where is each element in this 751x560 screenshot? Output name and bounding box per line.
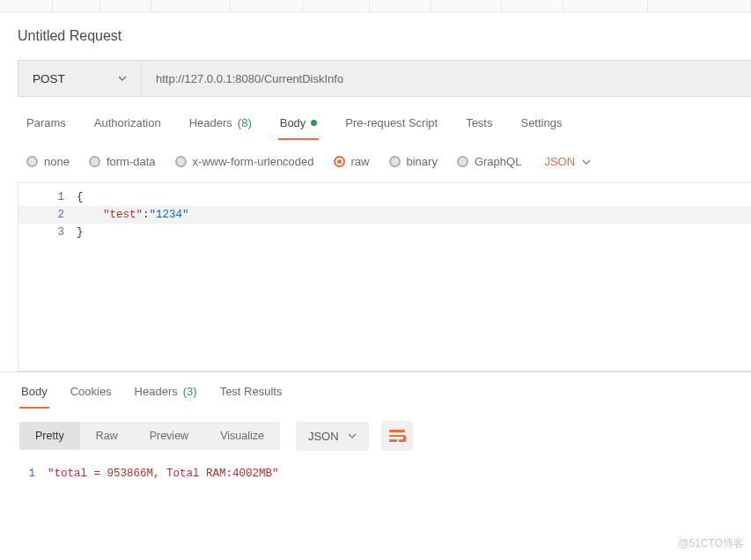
bodytype-urlencoded[interactable]: x-www-form-urlencoded	[175, 155, 314, 168]
resp-tab-body[interactable]: Body	[19, 385, 49, 409]
bodytype-binary[interactable]: binary	[389, 155, 438, 168]
request-body-editor[interactable]: 1 { 2 "test":"1234" 3 }	[18, 182, 751, 372]
line-number: 3	[18, 224, 77, 241]
view-raw[interactable]: Raw	[80, 422, 134, 450]
radio-icon	[175, 156, 187, 167]
radio-icon	[26, 156, 38, 167]
line-number: 1	[0, 465, 48, 483]
method-select[interactable]: POST	[18, 61, 142, 96]
chevron-down-icon	[118, 74, 127, 83]
view-pretty[interactable]: Pretty	[19, 422, 80, 450]
radio-icon	[89, 156, 100, 167]
bodytype-formdata[interactable]: form-data	[89, 155, 156, 168]
response-tabs: Body Cookies Headers (3) Test Results	[0, 372, 751, 409]
tab-params[interactable]: Params	[25, 116, 68, 140]
bodytype-raw[interactable]: raw	[334, 155, 370, 168]
tab-body[interactable]: Body	[278, 116, 320, 140]
url-input[interactable]: http://127.0.0.1:8080/CurrentDiskInfo	[142, 61, 751, 96]
watermark: @51CTO博客	[678, 536, 744, 551]
wrap-icon	[389, 430, 405, 442]
method-value: POST	[33, 72, 65, 85]
request-title[interactable]: Untitled Request	[0, 12, 751, 60]
body-modified-dot-icon	[311, 120, 317, 126]
body-type-row: none form-data x-www-form-urlencoded raw…	[0, 141, 751, 182]
response-body-editor[interactable]: 1 "total = 953866M, Total RAM:4002MB"	[0, 451, 751, 483]
radio-icon	[389, 156, 401, 167]
request-tabs: Params Authorization Headers (8) Body Pr…	[0, 97, 751, 141]
resp-tab-headers[interactable]: Headers (3)	[133, 385, 199, 409]
line-number: 2	[18, 206, 77, 224]
url-value: http://127.0.0.1:8080/CurrentDiskInfo	[156, 72, 343, 85]
tab-tests[interactable]: Tests	[464, 116, 494, 140]
headers-count: (8)	[238, 116, 252, 129]
resp-tab-testresults[interactable]: Test Results	[218, 385, 284, 409]
tab-prerequest[interactable]: Pre-request Script	[343, 116, 439, 140]
response-controls: Pretty Raw Preview Visualize JSON	[0, 409, 751, 451]
view-visualize[interactable]: Visualize	[204, 422, 280, 450]
top-tab-strip	[0, 0, 751, 12]
response-format-select[interactable]: JSON	[296, 422, 369, 451]
tab-authorization[interactable]: Authorization	[92, 116, 163, 140]
chevron-down-icon	[348, 431, 357, 440]
resp-headers-count: (3)	[183, 385, 197, 398]
bodytype-graphql[interactable]: GraphQL	[457, 155, 521, 168]
tab-headers[interactable]: Headers (8)	[188, 116, 254, 140]
radio-icon	[457, 156, 468, 167]
wrap-lines-button[interactable]	[381, 421, 413, 451]
chevron-down-icon	[582, 158, 591, 166]
request-row: POST http://127.0.0.1:8080/CurrentDiskIn…	[18, 60, 751, 97]
body-language-select[interactable]: JSON	[544, 155, 591, 168]
bodytype-none[interactable]: none	[26, 155, 70, 168]
view-preview[interactable]: Preview	[134, 422, 204, 450]
response-view-segment: Pretty Raw Preview Visualize	[19, 422, 280, 450]
line-number: 1	[18, 188, 77, 206]
radio-selected-icon	[334, 156, 345, 167]
resp-tab-cookies[interactable]: Cookies	[69, 385, 114, 409]
tab-settings[interactable]: Settings	[519, 116, 563, 140]
